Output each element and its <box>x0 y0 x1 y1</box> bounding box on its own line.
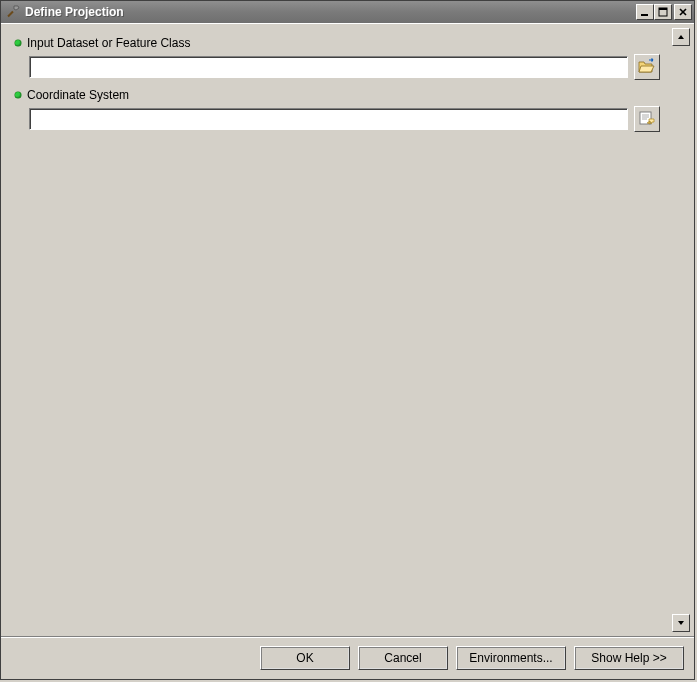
param-input-row <box>13 54 664 80</box>
ok-button[interactable]: OK <box>260 646 350 670</box>
param-label-row: Input Dataset or Feature Class <box>13 36 664 50</box>
folder-open-icon <box>638 58 656 76</box>
title-bar[interactable]: Define Projection <box>1 1 694 23</box>
browse-dataset-button[interactable] <box>634 54 660 80</box>
param-label-row: Coordinate System <box>13 88 664 102</box>
required-indicator-icon <box>15 40 21 46</box>
properties-page-icon <box>638 110 656 128</box>
svg-marker-8 <box>639 66 654 72</box>
param-label: Coordinate System <box>27 88 129 102</box>
close-button[interactable] <box>674 4 692 20</box>
scroll-up-button[interactable] <box>672 28 690 46</box>
show-help-button[interactable]: Show Help >> <box>574 646 684 670</box>
svg-rect-2 <box>641 14 648 16</box>
scrollbar-track[interactable] <box>672 46 690 614</box>
minimize-button[interactable] <box>636 4 654 20</box>
window-title: Define Projection <box>25 5 636 19</box>
coordinate-system-field[interactable] <box>29 108 628 130</box>
window-controls <box>636 4 692 20</box>
vertical-scrollbar[interactable] <box>672 28 690 632</box>
input-dataset-field[interactable] <box>29 56 628 78</box>
scroll-down-button[interactable] <box>672 614 690 632</box>
required-indicator-icon <box>15 92 21 98</box>
svg-rect-0 <box>7 11 13 17</box>
param-input-row <box>13 106 664 132</box>
dialog-button-bar: OK Cancel Environments... Show Help >> <box>1 636 694 679</box>
param-input-dataset: Input Dataset or Feature Class <box>13 36 664 80</box>
svg-marker-1 <box>14 6 19 10</box>
param-coordinate-system: Coordinate System <box>13 88 664 132</box>
scroll-panel: Input Dataset or Feature Class <box>5 28 690 632</box>
cancel-button[interactable]: Cancel <box>358 646 448 670</box>
param-label: Input Dataset or Feature Class <box>27 36 190 50</box>
svg-marker-15 <box>678 35 684 39</box>
chevron-down-icon <box>677 617 685 629</box>
chevron-up-icon <box>677 31 685 43</box>
client-area: Input Dataset or Feature Class <box>1 23 694 636</box>
environments-button[interactable]: Environments... <box>456 646 566 670</box>
maximize-button[interactable] <box>654 4 672 20</box>
dialog-window: Define Projection Input <box>0 0 695 680</box>
svg-rect-4 <box>659 8 667 10</box>
parameters-area: Input Dataset or Feature Class <box>5 28 672 632</box>
svg-marker-16 <box>678 621 684 625</box>
hammer-icon <box>5 4 21 20</box>
coordinate-system-properties-button[interactable] <box>634 106 660 132</box>
